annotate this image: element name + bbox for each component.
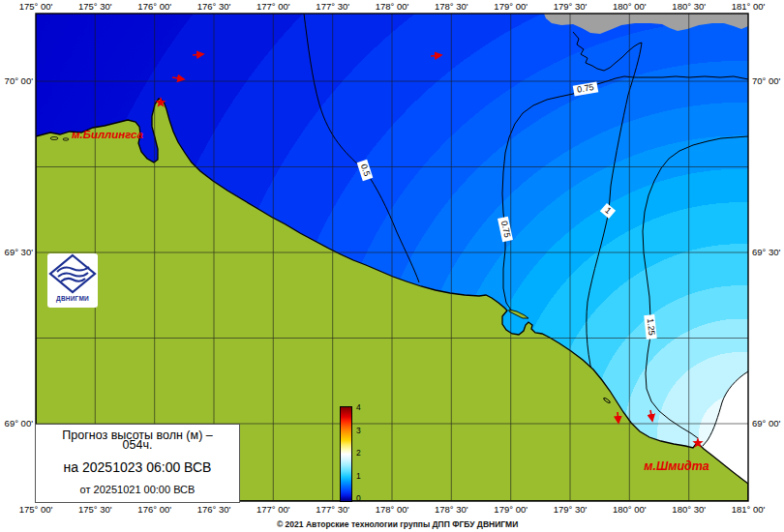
top-axis-label: 180° 30' — [672, 1, 706, 12]
bottom-axis: 175° 00' 175° 30' 176° 00' 176° 30' 177°… — [19, 504, 766, 515]
logo-text: ДВНИГМИ — [47, 295, 98, 302]
colorbar-tick: 1 — [356, 471, 361, 481]
top-axis-label: 180° 00' — [613, 1, 647, 12]
bottom-axis-label: 175° 00' — [19, 504, 53, 515]
colorbar-tick: 4 — [356, 402, 361, 412]
direction-arrow — [431, 55, 441, 56]
top-axis-label: 175° 30' — [78, 1, 112, 12]
top-axis-label: 176° 30' — [197, 1, 231, 12]
right-axis-label: 69° 30' — [752, 247, 781, 257]
top-axis-label: 179° 30' — [554, 1, 588, 12]
forecast-valid-time: на 20251023 06:00 ВСВ — [36, 459, 239, 475]
top-axis-label: 176° 00' — [137, 1, 171, 12]
dvnigmi-logo: ДВНИГМИ — [47, 253, 98, 308]
bottom-axis-label: 178° 30' — [435, 504, 468, 515]
left-axis: 70° 00' 69° 30' 69° 00' — [5, 75, 34, 429]
bottom-axis-label: 176° 30' — [197, 504, 231, 515]
copyright-line: © 2021 Авторские технологии группы ДПП Ф… — [277, 519, 518, 529]
left-axis-label: 69° 30' — [5, 247, 34, 257]
place-label-billingsa: м.Биллингса — [72, 129, 143, 140]
top-axis-label: 179° 00' — [494, 1, 528, 12]
colorbar-ramp — [340, 406, 352, 502]
bottom-axis-label: 179° 30' — [554, 504, 588, 515]
colorbar-tick: 3 — [356, 426, 361, 435]
right-axis-label: 69° 00' — [752, 418, 781, 429]
logo-waves-diamond-icon — [47, 253, 98, 296]
bottom-axis-label: 175° 30' — [78, 504, 112, 515]
place-label-shmidta: м.Шмидта — [644, 459, 709, 473]
left-axis-label: 69° 00' — [5, 418, 34, 429]
contour-label-text: 1.25 — [646, 318, 657, 336]
bottom-axis-label: 180° 00' — [613, 504, 647, 515]
bottom-axis-label: 181° 00' — [732, 504, 766, 515]
top-axis-label: 177° 00' — [256, 1, 290, 12]
left-axis-label: 70° 00' — [5, 75, 34, 86]
bottom-axis-label: 177° 30' — [316, 504, 349, 515]
top-axis: 175° 00' 175° 30' 176° 00' 176° 30' 177°… — [19, 1, 766, 12]
colorbar-tick: 0 — [356, 493, 361, 503]
right-axis-label: 70° 00' — [752, 75, 781, 86]
wave-forecast-map-figure: 0.5 0.75 0.75 1 1.25 — [0, 0, 784, 532]
bottom-axis-label: 180° 30' — [672, 504, 706, 515]
top-axis-label: 178° 30' — [435, 1, 468, 12]
top-axis-label: 177° 30' — [316, 1, 349, 12]
forecast-issue-time: от 20251021 00:00 ВСВ — [36, 484, 239, 495]
direction-arrow — [618, 412, 618, 423]
top-axis-label: 178° 00' — [376, 1, 409, 12]
wave-height-colorbar: 4 3 2 1 0 — [340, 406, 352, 502]
bottom-axis-label: 178° 00' — [376, 504, 409, 515]
top-axis-label: 175° 00' — [19, 1, 53, 12]
bottom-axis-label: 176° 00' — [137, 504, 171, 515]
direction-arrow — [193, 54, 203, 55]
right-axis: 70° 00' 69° 30' 69° 00' — [752, 75, 781, 429]
top-axis-label: 181° 00' — [732, 1, 766, 12]
colorbar-tick: 2 — [356, 448, 361, 458]
forecast-info-box: Прогноз высоты волн (м) – 054ч. на 20251… — [35, 424, 240, 503]
forecast-lead-time: 054ч. — [36, 438, 239, 452]
bottom-axis-label: 179° 00' — [494, 504, 528, 515]
bottom-axis-label: 177° 00' — [256, 504, 290, 515]
